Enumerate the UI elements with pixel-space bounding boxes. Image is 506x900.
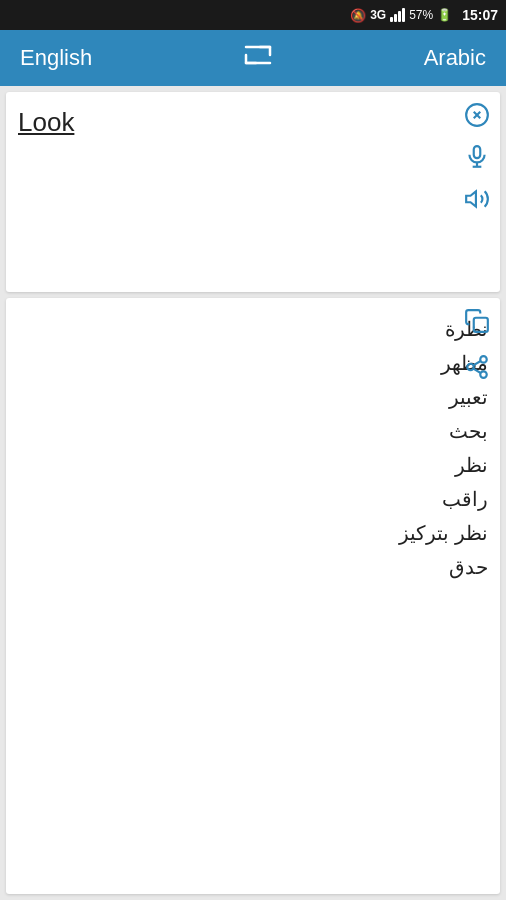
clear-button[interactable] — [464, 102, 490, 128]
list-item: راقب — [18, 482, 488, 516]
battery-icon: 🔋 — [437, 8, 452, 22]
svg-rect-5 — [474, 146, 481, 158]
target-language[interactable]: Arabic — [424, 45, 486, 71]
network-label: 3G — [370, 8, 386, 22]
share-icon — [464, 354, 490, 380]
notification-icon: 🔕 — [350, 8, 366, 23]
list-item: نظر بتركيز — [18, 516, 488, 550]
svg-rect-9 — [474, 318, 488, 332]
swap-icon — [242, 44, 274, 66]
list-item: مظهر — [18, 346, 488, 380]
signal-bars — [390, 8, 405, 22]
list-item: بحث — [18, 414, 488, 448]
speaker-icon — [464, 186, 490, 212]
list-item: نظرة — [18, 312, 488, 346]
copy-icon — [464, 308, 490, 334]
speaker-button[interactable] — [464, 186, 490, 212]
translation-list: نظرةمظهرتعبيربحثنظرراقبنظر بتركيزحدق — [18, 312, 488, 584]
status-icons: 🔕 3G 57% 🔋 15:07 — [350, 7, 498, 23]
microphone-button[interactable] — [464, 144, 490, 170]
input-actions — [464, 102, 490, 212]
swap-languages-button[interactable] — [242, 44, 274, 72]
svg-line-13 — [473, 369, 480, 373]
status-time: 15:07 — [462, 7, 498, 23]
svg-marker-8 — [466, 191, 476, 206]
translation-actions — [464, 308, 490, 380]
input-word[interactable]: Look — [18, 107, 74, 137]
toolbar: English Arabic — [0, 30, 506, 86]
translation-card: نظرةمظهرتعبيربحثنظرراقبنظر بتركيزحدق — [6, 298, 500, 894]
list-item: تعبير — [18, 380, 488, 414]
list-item: حدق — [18, 550, 488, 584]
svg-point-10 — [480, 356, 487, 363]
svg-point-11 — [467, 364, 474, 371]
svg-point-12 — [480, 371, 487, 378]
content-area: Look — [0, 86, 506, 900]
svg-line-14 — [473, 361, 480, 365]
close-circle-icon — [464, 102, 490, 128]
status-bar: 🔕 3G 57% 🔋 15:07 — [0, 0, 506, 30]
list-item: نظر — [18, 448, 488, 482]
input-card: Look — [6, 92, 500, 292]
mic-icon — [464, 144, 490, 170]
copy-button[interactable] — [464, 308, 490, 334]
share-button[interactable] — [464, 354, 490, 380]
source-language[interactable]: English — [20, 45, 92, 71]
battery-label: 57% — [409, 8, 433, 22]
